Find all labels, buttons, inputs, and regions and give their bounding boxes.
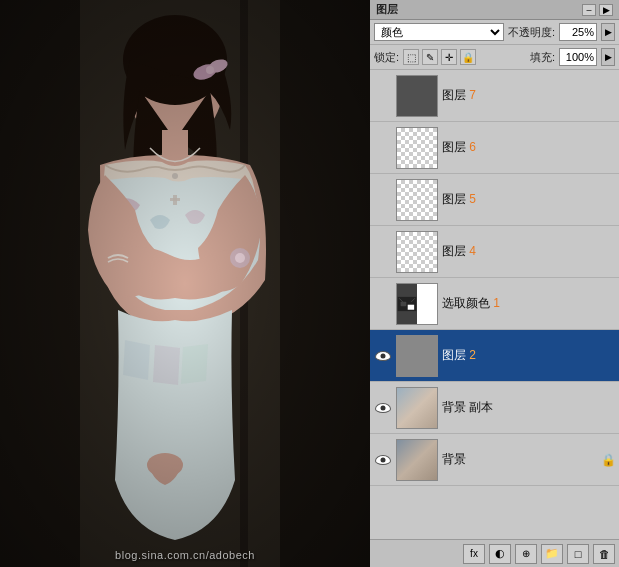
layer5-eye[interactable] [374, 191, 392, 209]
layer-row-background[interactable]: 背景 🔒 [370, 434, 619, 486]
layer2-eye[interactable] [374, 347, 392, 365]
layers-list[interactable]: 图层 7 图层 6 图层 5 图层 4 [370, 70, 619, 539]
fill-arrow-btn[interactable]: ▶ [601, 48, 615, 66]
background-thumbnail [396, 439, 438, 481]
layer-row-layer4[interactable]: 图层 4 [370, 226, 619, 278]
layer2-thumbnail [396, 335, 438, 377]
new-layer-btn[interactable]: □ [567, 544, 589, 564]
adjustment-btn[interactable]: ⊕ [515, 544, 537, 564]
background-lock-icon: 🔒 [601, 453, 615, 467]
add-mask-btn[interactable]: ◐ [489, 544, 511, 564]
photo-canvas: blog.sina.com.cn/adobech [0, 0, 370, 567]
layer2-name: 图层 2 [442, 347, 615, 364]
panel-titlebar: 图层 – ▶ [370, 0, 619, 20]
background-name: 背景 [442, 451, 597, 468]
panel-controls: – ▶ [582, 4, 613, 16]
fill-input[interactable] [559, 48, 597, 66]
background-eye[interactable] [374, 451, 392, 469]
panel-title: 图层 [376, 2, 398, 17]
lock-paint-btn[interactable]: ✎ [422, 49, 438, 65]
layer7-thumbnail [396, 75, 438, 117]
opacity-label: 不透明度: [508, 25, 555, 40]
panel-bottom-toolbar: fx ◐ ⊕ 📁 □ 🗑 [370, 539, 619, 567]
lock-label: 锁定: [374, 50, 399, 65]
lock-fill-toolbar: 锁定: ⬚ ✎ ✛ 🔒 填充: ▶ [370, 45, 619, 70]
blend-mode-select[interactable]: 颜色 正常 溶解 [374, 23, 504, 41]
opacity-arrow-btn[interactable]: ▶ [601, 23, 615, 41]
layer-row-layer2[interactable]: 图层 2 [370, 330, 619, 382]
layer5-name: 图层 5 [442, 191, 615, 208]
selectcolor-thumbnail [396, 283, 438, 325]
layer7-eye[interactable] [374, 87, 392, 105]
selectcolor-eye[interactable] [374, 295, 392, 313]
delete-layer-btn[interactable]: 🗑 [593, 544, 615, 564]
selectcolor-name: 选取颜色 1 [442, 295, 615, 312]
svg-rect-20 [408, 304, 414, 309]
layer6-eye[interactable] [374, 139, 392, 157]
lock-transparency-btn[interactable]: ⬚ [403, 49, 419, 65]
layers-panel: 图层 – ▶ 颜色 正常 溶解 不透明度: ▶ 锁定: ⬚ ✎ ✛ 🔒 填充: … [370, 0, 619, 567]
svg-rect-17 [0, 0, 370, 567]
bgcopy-name: 背景 副本 [442, 399, 615, 416]
layer-row-selectcolor[interactable]: 选取颜色 1 [370, 278, 619, 330]
opacity-input[interactable] [559, 23, 597, 41]
layer6-name: 图层 6 [442, 139, 615, 156]
bgcopy-thumbnail [396, 387, 438, 429]
panel-menu-btn[interactable]: ▶ [599, 4, 613, 16]
layer-row-layer7[interactable]: 图层 7 [370, 70, 619, 122]
layer-row-bgcopy[interactable]: 背景 副本 [370, 382, 619, 434]
blend-opacity-toolbar: 颜色 正常 溶解 不透明度: ▶ [370, 20, 619, 45]
lock-move-btn[interactable]: ✛ [441, 49, 457, 65]
lock-icons-group: ⬚ ✎ ✛ 🔒 [403, 49, 526, 65]
panel-collapse-btn[interactable]: – [582, 4, 596, 16]
new-group-btn[interactable]: 📁 [541, 544, 563, 564]
svg-rect-19 [401, 301, 407, 305]
layer4-thumbnail [396, 231, 438, 273]
watermark-text: blog.sina.com.cn/adobech [115, 549, 255, 561]
layer-row-layer5[interactable]: 图层 5 [370, 174, 619, 226]
fill-label: 填充: [530, 50, 555, 65]
layer4-eye[interactable] [374, 243, 392, 261]
layer-row-layer6[interactable]: 图层 6 [370, 122, 619, 174]
layer6-thumbnail [396, 127, 438, 169]
layer-style-btn[interactable]: fx [463, 544, 485, 564]
layer4-name: 图层 4 [442, 243, 615, 260]
lock-all-btn[interactable]: 🔒 [460, 49, 476, 65]
bgcopy-eye[interactable] [374, 399, 392, 417]
layer5-thumbnail [396, 179, 438, 221]
layer7-name: 图层 7 [442, 87, 615, 104]
